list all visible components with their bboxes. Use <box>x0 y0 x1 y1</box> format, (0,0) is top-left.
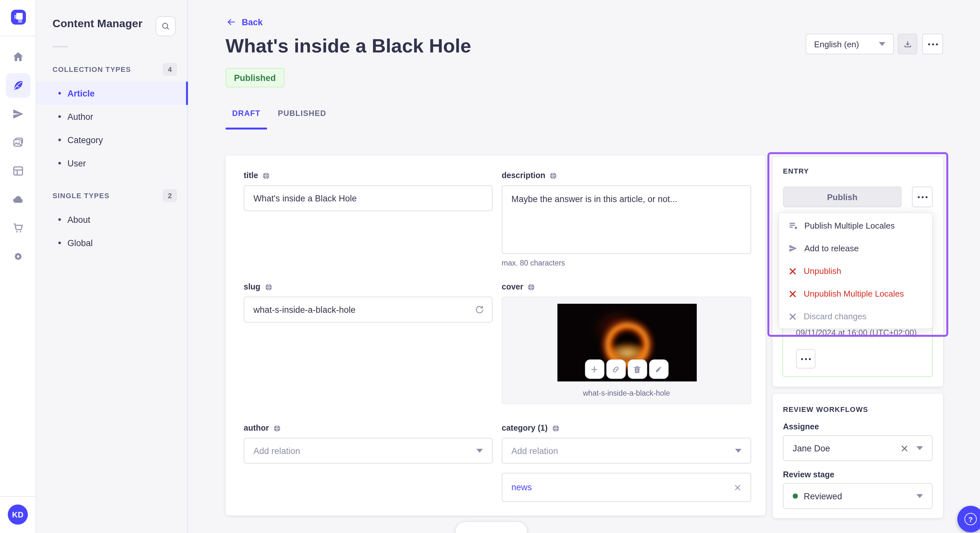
sidebar-item-user[interactable]: User <box>36 152 188 175</box>
content-manager-icon[interactable] <box>6 73 30 98</box>
sidebar-item-author[interactable]: Author <box>36 105 188 128</box>
relation-link-news[interactable]: news <box>511 482 734 492</box>
menu-item-unpublish-multiple-locales[interactable]: Unpublish Multiple Locales <box>779 282 932 305</box>
slug-input[interactable] <box>244 297 493 322</box>
category-relation-item: news <box>502 473 751 502</box>
release-more-button[interactable] <box>796 349 815 368</box>
assignee-select[interactable]: Jane Doe <box>783 435 933 461</box>
settings-icon[interactable] <box>6 244 30 269</box>
menu-item-label: Unpublish Multiple Locales <box>804 289 904 298</box>
field-label-text: description <box>502 171 546 180</box>
nav-item-label: Author <box>67 112 93 121</box>
marketplace-icon[interactable] <box>6 216 30 240</box>
menu-item-unpublish[interactable]: Unpublish <box>779 260 932 282</box>
search-button[interactable] <box>156 16 176 36</box>
category-field-label: category (1) <box>502 424 560 433</box>
title-input[interactable] <box>244 185 493 211</box>
rail-divider-bottom <box>0 496 36 497</box>
tab-published[interactable]: PUBLISHED <box>275 109 329 128</box>
release-date: 09/11/2024 at 16:00 (UTC+02:00) <box>796 328 917 338</box>
caret-down-icon <box>735 449 741 453</box>
assignee-value: Jane Doe <box>793 443 900 453</box>
nav-item-label: User <box>67 159 86 168</box>
description-hint: max. 80 characters <box>502 259 565 267</box>
back-label: Back <box>242 17 263 27</box>
globe-icon <box>552 424 560 432</box>
review-stage-select[interactable]: Reviewed <box>783 483 933 509</box>
locale-select[interactable]: English (en) <box>806 34 894 54</box>
sidebar-item-category[interactable]: Category <box>36 128 188 152</box>
select-placeholder: Add relation <box>253 446 476 455</box>
entry-more-button[interactable] <box>912 187 933 207</box>
search-icon <box>161 21 170 31</box>
add-media-button[interactable] <box>585 359 604 379</box>
cross-icon <box>788 289 797 298</box>
caret-down-icon <box>476 449 483 453</box>
globe-icon <box>264 283 272 291</box>
field-label-text: author <box>244 424 269 433</box>
menu-item-add-to-release[interactable]: Add to release <box>779 237 932 260</box>
more-icon <box>801 358 810 360</box>
section-count-badge: 4 <box>163 63 177 76</box>
cloud-icon[interactable] <box>6 187 30 212</box>
edit-media-button[interactable] <box>649 359 668 379</box>
back-link[interactable]: Back <box>226 17 263 27</box>
sidebar-item-article[interactable]: Article <box>36 82 188 105</box>
more-icon <box>918 196 927 198</box>
section-label: COLLECTION TYPES <box>52 65 131 73</box>
section-label: SINGLE TYPES <box>52 192 110 200</box>
cross-icon <box>788 312 797 321</box>
help-icon: ? <box>964 513 977 525</box>
release-icon <box>788 244 798 253</box>
publish-locales-icon <box>788 221 798 230</box>
cover-field-label: cover <box>502 282 536 292</box>
regenerate-icon[interactable] <box>474 304 485 315</box>
menu-item-label: Publish Multiple Locales <box>804 221 895 230</box>
strapi-logo[interactable] <box>11 10 26 25</box>
sidebar-item-about[interactable]: About <box>36 208 188 231</box>
sidebar-item-global[interactable]: Global <box>36 231 188 254</box>
globe-icon <box>527 283 536 291</box>
review-panel-title: REVIEW WORKFLOWS <box>783 405 868 413</box>
header-more-button[interactable] <box>922 34 943 54</box>
menu-item-label: Unpublish <box>804 266 841 276</box>
clear-icon[interactable] <box>900 444 909 452</box>
help-button[interactable]: ? <box>957 506 980 532</box>
description-input[interactable]: Maybe the answer is in this article, or … <box>502 185 751 254</box>
menu-item-publish-multiple-locales[interactable]: Publish Multiple Locales <box>779 214 932 237</box>
remove-relation-icon[interactable] <box>734 484 741 491</box>
globe-icon <box>273 424 281 432</box>
content-manager-subnav: Content Manager COLLECTION TYPES 4 Artic… <box>36 0 188 533</box>
user-avatar[interactable]: KD <box>8 504 28 525</box>
section-collection-types: COLLECTION TYPES 4 <box>52 63 177 76</box>
publish-button[interactable]: Publish <box>783 187 902 207</box>
stage-status-dot <box>793 493 798 499</box>
menu-item-discard-changes[interactable]: Discard changes <box>779 305 932 328</box>
caret-down-icon <box>916 494 923 498</box>
download-button[interactable] <box>898 34 917 54</box>
cross-icon <box>788 266 797 276</box>
locale-value: English (en) <box>814 39 874 49</box>
select-placeholder: Add relation <box>511 446 735 455</box>
cover-field: what-s-inside-a-black-hole <box>502 297 751 404</box>
entry-actions-menu: Publish Multiple Locales Add to release … <box>778 213 933 329</box>
tab-draft[interactable]: DRAFT <box>226 109 267 128</box>
home-icon[interactable] <box>6 45 30 69</box>
menu-item-label: Add to release <box>804 244 859 253</box>
releases-icon[interactable] <box>6 102 30 126</box>
copy-link-button[interactable] <box>606 359 625 379</box>
category-relation-select[interactable]: Add relation <box>502 438 751 464</box>
subnav-divider <box>52 46 68 47</box>
field-label-text: Review stage <box>783 470 834 479</box>
entry-panel-title: ENTRY <box>783 167 809 175</box>
content-type-builder-icon[interactable] <box>6 159 30 183</box>
description-field-label: description <box>502 171 558 180</box>
nav-item-label: Global <box>67 238 93 248</box>
media-library-icon[interactable] <box>6 130 30 155</box>
author-relation-select[interactable]: Add relation <box>244 438 493 464</box>
delete-media-button[interactable] <box>627 359 647 379</box>
section-count-badge: 2 <box>163 189 177 202</box>
field-label-text: title <box>244 171 258 180</box>
more-icon <box>928 43 937 45</box>
review-stage-label: Review stage <box>783 470 834 479</box>
